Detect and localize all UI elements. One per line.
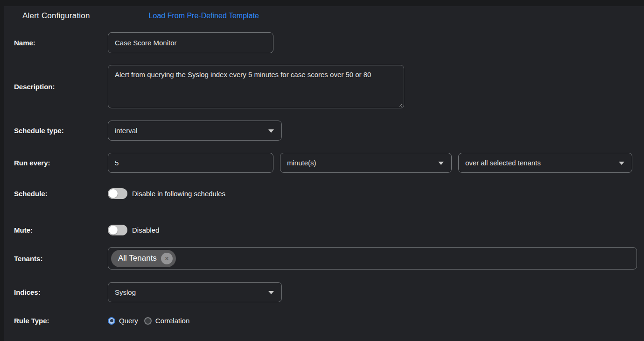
schedule-toggle-label: Disable in following schedules bbox=[132, 190, 225, 198]
schedule-label: Schedule: bbox=[14, 190, 108, 198]
mute-toggle-label: Disabled bbox=[132, 226, 159, 234]
indices-value: Syslog bbox=[115, 288, 136, 296]
tenants-label: Tenants: bbox=[14, 255, 108, 263]
radio-selected-icon bbox=[108, 317, 115, 325]
indices-select[interactable]: Syslog bbox=[108, 282, 282, 302]
description-field: Alert from querying the Syslog index eve… bbox=[108, 65, 404, 108]
schedule-type-label: Schedule type: bbox=[14, 127, 108, 135]
tenant-chip-label: All Tenants bbox=[118, 254, 157, 263]
tenants-multiselect[interactable]: All Tenants × bbox=[108, 247, 637, 270]
description-row: Description: Alert from querying the Sys… bbox=[14, 65, 644, 108]
rule-type-option-query[interactable]: Query bbox=[108, 317, 138, 325]
radio-unselected-icon bbox=[144, 317, 152, 325]
toggle-knob bbox=[109, 226, 118, 234]
run-every-scope-value: over all selected tenants bbox=[465, 159, 541, 167]
name-row: Name: bbox=[14, 32, 644, 53]
alert-configuration-panel: Alert Configuration Load From Pre-Define… bbox=[0, 0, 644, 341]
header: Alert Configuration Load From Pre-Define… bbox=[0, 0, 644, 21]
tenant-chip: All Tenants × bbox=[111, 250, 176, 267]
name-label: Name: bbox=[14, 39, 108, 47]
description-textarea[interactable]: Alert from querying the Syslog index eve… bbox=[108, 65, 404, 108]
chevron-down-icon bbox=[268, 129, 274, 133]
radio-dot bbox=[110, 319, 113, 322]
rule-type-label: Rule Type: bbox=[14, 317, 108, 325]
chevron-down-icon bbox=[619, 162, 624, 165]
page-title: Alert Configuration bbox=[22, 11, 90, 21]
schedule-type-select[interactable]: interval bbox=[108, 121, 282, 141]
rule-type-option-correlation[interactable]: Correlation bbox=[144, 317, 189, 325]
run-every-unit-select[interactable]: minute(s) bbox=[280, 153, 452, 173]
toggle-knob bbox=[109, 189, 118, 198]
description-label: Description: bbox=[14, 83, 108, 91]
indices-label: Indices: bbox=[14, 288, 108, 296]
run-every-label: Run every: bbox=[14, 159, 108, 167]
rule-type-radio-group: Query Correlation bbox=[108, 317, 189, 325]
mute-label: Mute: bbox=[14, 226, 108, 234]
schedule-toggle[interactable] bbox=[108, 188, 127, 199]
schedule-row: Schedule: Disable in following schedules bbox=[14, 188, 644, 199]
rule-type-row: Rule Type: Query Correlation bbox=[14, 317, 644, 325]
close-icon[interactable]: × bbox=[161, 253, 173, 264]
schedule-type-row: Schedule type: interval bbox=[14, 121, 644, 141]
load-template-link[interactable]: Load From Pre-Defined Template bbox=[149, 12, 259, 20]
name-input[interactable] bbox=[108, 32, 273, 53]
run-every-fields: minute(s) over all selected tenants bbox=[108, 153, 632, 173]
rule-type-query-label: Query bbox=[119, 317, 138, 325]
run-every-value-input[interactable] bbox=[108, 153, 273, 173]
chevron-down-icon bbox=[268, 291, 274, 294]
mute-row: Mute: Disabled bbox=[14, 225, 644, 235]
schedule-type-value: interval bbox=[115, 127, 137, 135]
mute-toggle[interactable] bbox=[108, 225, 127, 235]
chevron-down-icon bbox=[438, 162, 444, 165]
run-every-row: Run every: minute(s) over all selected t… bbox=[14, 153, 644, 173]
run-every-scope-select[interactable]: over all selected tenants bbox=[458, 153, 632, 173]
rule-type-correlation-label: Correlation bbox=[155, 317, 189, 325]
tenants-row: Tenants: All Tenants × bbox=[14, 247, 644, 270]
indices-row: Indices: Syslog bbox=[14, 282, 644, 302]
run-every-unit-value: minute(s) bbox=[287, 159, 316, 167]
